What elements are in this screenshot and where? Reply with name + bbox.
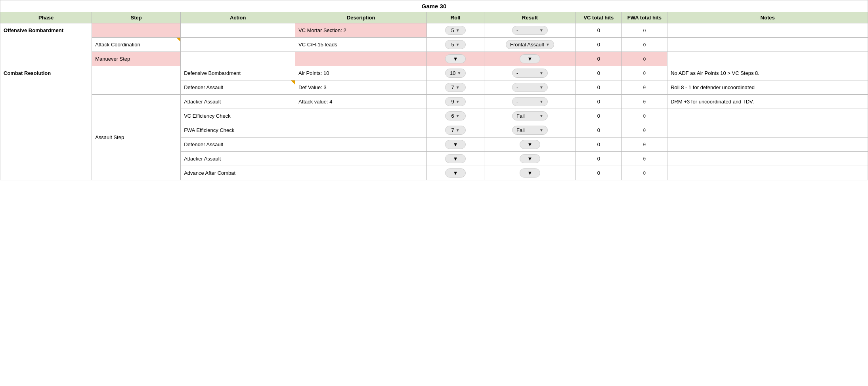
roll-dropdown[interactable]: 5 ▼ bbox=[445, 40, 466, 49]
vc-hits-8: 0 bbox=[576, 138, 622, 152]
roll-dropdown[interactable]: 7 ▼ bbox=[445, 126, 466, 135]
empty-dropdown[interactable]: ▼ bbox=[520, 168, 540, 178]
roll-cell-9: ▼ bbox=[427, 152, 484, 166]
col-header-fwa: FWA total hits bbox=[621, 12, 667, 23]
step-manuever: Manuever Step bbox=[92, 52, 181, 66]
roll-cell-3: 10 ▼ bbox=[427, 66, 484, 80]
dropdown-arrow: ▼ bbox=[539, 114, 543, 118]
desc-cell-5: Attack value: 4 bbox=[295, 95, 427, 109]
desc-cell-2 bbox=[295, 52, 427, 66]
dropdown-arrow: ▼ bbox=[528, 141, 533, 147]
empty-dropdown[interactable]: ▼ bbox=[520, 140, 540, 149]
desc-cell-9 bbox=[295, 152, 427, 166]
result-dropdown[interactable]: Fail ▼ bbox=[512, 111, 548, 120]
step-cell-0 bbox=[92, 23, 181, 38]
vc-hits-1: 0 bbox=[576, 38, 622, 52]
vc-hits-7: 0 bbox=[576, 123, 622, 138]
result-value: - bbox=[516, 27, 518, 33]
action-cell-9: Attacker Assault bbox=[181, 152, 295, 166]
roll-value: 6 bbox=[451, 113, 454, 119]
notes-cell-0 bbox=[667, 23, 868, 38]
step-attack-coord: Attack Coordination bbox=[92, 38, 181, 52]
action-cell-1 bbox=[181, 38, 295, 52]
roll-cell-8: ▼ bbox=[427, 138, 484, 152]
notes-cell-5: DRM +3 for uncoordinated and TDV. bbox=[667, 95, 868, 109]
phase-combat: Combat Resolution bbox=[0, 66, 92, 180]
roll-cell-2: ▼ bbox=[427, 52, 484, 66]
dropdown-arrow: ▼ bbox=[456, 99, 460, 104]
action-cell-6: VC Efficiency Check bbox=[181, 109, 295, 123]
step-assault: Assault Step bbox=[92, 95, 181, 180]
empty-dropdown[interactable]: ▼ bbox=[445, 168, 466, 178]
dropdown-arrow: ▼ bbox=[453, 156, 458, 162]
col-header-description: Description bbox=[295, 12, 427, 23]
empty-dropdown[interactable]: ▼ bbox=[520, 154, 540, 163]
fwa-hits-2: 0 bbox=[621, 52, 667, 66]
dropdown-arrow: ▼ bbox=[539, 71, 543, 75]
dropdown-arrow: ▼ bbox=[456, 114, 460, 118]
action-cell-7: FWA Efficiency Check bbox=[181, 123, 295, 138]
empty-dropdown[interactable]: ▼ bbox=[445, 140, 466, 149]
result-cell-9: ▼ bbox=[484, 152, 575, 166]
fwa-hits-7: θ bbox=[621, 123, 667, 138]
roll-cell-10: ▼ bbox=[427, 166, 484, 180]
result-dropdown[interactable]: Fail ▼ bbox=[512, 126, 548, 135]
result-dropdown[interactable]: - ▼ bbox=[512, 83, 548, 92]
col-header-step: Step bbox=[92, 12, 181, 23]
notes-cell-9 bbox=[667, 152, 868, 166]
roll-cell-1: 5 ▼ bbox=[427, 38, 484, 52]
roll-cell-5: 9 ▼ bbox=[427, 95, 484, 109]
dropdown-arrow: ▼ bbox=[528, 156, 533, 162]
desc-cell-4: Def Value: 3 bbox=[295, 80, 427, 95]
roll-dropdown[interactable]: 6 ▼ bbox=[445, 111, 466, 120]
table-row: Combat Resolution Defensive Bombardment … bbox=[0, 66, 868, 80]
dropdown-arrow: ▼ bbox=[456, 128, 460, 132]
fwa-hits-0: 0 bbox=[621, 23, 667, 38]
roll-dropdown[interactable]: 5 ▼ bbox=[445, 26, 466, 35]
roll-dropdown[interactable]: 7 ▼ bbox=[445, 83, 466, 92]
desc-cell-3: Air Points: 10 bbox=[295, 66, 427, 80]
action-cell-0 bbox=[181, 23, 295, 38]
result-cell-6: Fail ▼ bbox=[484, 109, 575, 123]
dropdown-arrow: ▼ bbox=[456, 85, 460, 90]
dropdown-arrow: ▼ bbox=[453, 141, 458, 147]
empty-dropdown[interactable]: ▼ bbox=[445, 54, 466, 63]
result-dropdown[interactable]: - ▼ bbox=[512, 69, 548, 78]
result-dropdown[interactable]: Frontal Assault ▼ bbox=[506, 40, 554, 49]
roll-value: 5 bbox=[451, 27, 454, 33]
col-header-phase: Phase bbox=[0, 12, 92, 23]
table-row: Offensive Bombardment VC Mortar Section:… bbox=[0, 23, 868, 38]
empty-dropdown[interactable]: ▼ bbox=[445, 154, 466, 163]
result-dropdown[interactable]: - ▼ bbox=[512, 97, 548, 106]
dropdown-arrow: ▼ bbox=[453, 56, 458, 62]
table-row: Attack Coordination VC C/H-15 leads 5 ▼ … bbox=[0, 38, 868, 52]
step-empty-3 bbox=[92, 66, 181, 95]
col-header-action: Action bbox=[181, 12, 295, 23]
result-cell-4: - ▼ bbox=[484, 80, 575, 95]
result-value: - bbox=[516, 99, 518, 105]
action-cell-2 bbox=[181, 52, 295, 66]
empty-dropdown[interactable]: ▼ bbox=[520, 54, 540, 63]
fwa-hits-6: θ bbox=[621, 109, 667, 123]
roll-cell-7: 7 ▼ bbox=[427, 123, 484, 138]
roll-dropdown[interactable]: 10 ▼ bbox=[445, 69, 466, 78]
dropdown-arrow: ▼ bbox=[539, 28, 543, 32]
roll-dropdown[interactable]: 9 ▼ bbox=[445, 97, 466, 106]
result-cell-3: - ▼ bbox=[484, 66, 575, 80]
dropdown-arrow: ▼ bbox=[546, 42, 550, 47]
col-header-result: Result bbox=[484, 12, 575, 23]
desc-cell-1: VC C/H-15 leads bbox=[295, 38, 427, 52]
vc-hits-2: 0 bbox=[576, 52, 622, 66]
result-value: Fail bbox=[516, 127, 525, 133]
roll-value: 7 bbox=[451, 84, 454, 90]
notes-cell-3: No ADF as Air Points 10 > VC Steps 8. bbox=[667, 66, 868, 80]
desc-cell-7 bbox=[295, 123, 427, 138]
roll-cell-0: 5 ▼ bbox=[427, 23, 484, 38]
result-value: Frontal Assault bbox=[510, 42, 544, 48]
vc-hits-6: 0 bbox=[576, 109, 622, 123]
action-cell-5: Attacker Assault bbox=[181, 95, 295, 109]
desc-cell-10 bbox=[295, 166, 427, 180]
result-dropdown[interactable]: - ▼ bbox=[512, 26, 548, 35]
desc-cell-0: VC Mortar Section: 2 bbox=[295, 23, 427, 38]
notes-cell-2 bbox=[667, 52, 868, 66]
